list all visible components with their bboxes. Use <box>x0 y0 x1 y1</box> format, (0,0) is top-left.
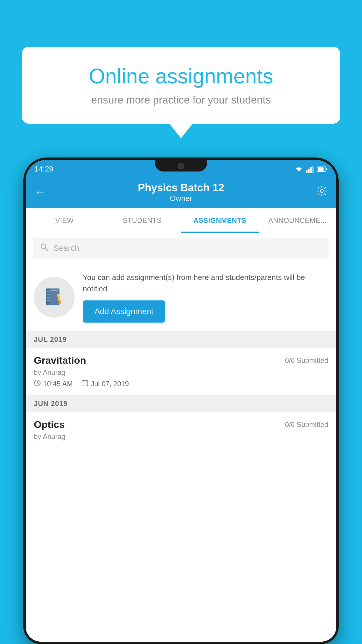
settings-button[interactable] <box>316 185 328 200</box>
search-icon <box>40 243 49 253</box>
svg-rect-16 <box>47 297 49 298</box>
search-container: Search <box>26 233 336 263</box>
speech-bubble-arrow <box>169 124 193 138</box>
tab-view[interactable]: VIEW <box>26 208 103 233</box>
tabs-container: VIEW STUDENTS ASSIGNMENTS ANNOUNCEME... <box>26 208 336 233</box>
promo-subtitle: ensure more practice for your students <box>42 94 320 106</box>
phone-screen: 14:29 <box>26 160 336 642</box>
status-icons <box>294 166 328 173</box>
svg-rect-7 <box>326 168 327 170</box>
svg-rect-17 <box>47 300 49 301</box>
phone-camera <box>178 163 184 169</box>
gravitation-time-text: 10:45 AM <box>43 380 73 388</box>
header-title-area: Physics Batch 12 Owner <box>138 182 224 203</box>
svg-rect-5 <box>312 166 314 173</box>
back-button[interactable]: ← <box>34 186 46 199</box>
assignment-gravitation[interactable]: Gravitation 0/6 Submitted by Anurag 10:4… <box>26 348 336 396</box>
gravitation-date: Jul 07, 2019 <box>81 379 129 388</box>
assignment-name-gravitation: Gravitation <box>34 355 86 366</box>
promo-section: Online assignments ensure more practice … <box>22 47 340 138</box>
search-placeholder: Search <box>53 244 79 253</box>
wifi-icon <box>294 166 303 173</box>
app-header: ← Physics Batch 12 Owner <box>26 176 336 208</box>
assignment-icon-circle <box>34 277 75 318</box>
optics-submitted: 0/6 Submitted <box>285 421 328 429</box>
search-bar[interactable]: Search <box>33 238 329 258</box>
phone-frame: 14:29 <box>23 158 339 644</box>
svg-rect-3 <box>308 169 310 173</box>
tab-students[interactable]: STUDENTS <box>103 208 181 233</box>
svg-rect-15 <box>47 294 49 295</box>
section-jun-2019: JUN 2019 <box>26 396 336 412</box>
svg-rect-2 <box>306 170 307 173</box>
speech-bubble-card: Online assignments ensure more practice … <box>22 47 340 124</box>
gravitation-meta: 10:45 AM Jul 07, 2019 <box>34 379 328 388</box>
assignment-row-top: Gravitation 0/6 Submitted <box>34 355 328 366</box>
gravitation-by: by Anurag <box>34 368 328 377</box>
assignment-optics[interactable]: Optics 0/6 Submitted by Anurag <box>26 412 336 451</box>
header-subtitle: Owner <box>138 194 224 203</box>
add-assignment-button[interactable]: Add Assignment <box>83 300 165 323</box>
gravitation-submitted: 0/6 Submitted <box>285 356 328 365</box>
svg-rect-22 <box>82 381 88 386</box>
tab-announcements[interactable]: ANNOUNCEME... <box>259 208 337 233</box>
notebook-icon <box>43 286 66 309</box>
gravitation-time: 10:45 AM <box>34 379 73 388</box>
promo-title: Online assignments <box>42 64 320 88</box>
phone-notch <box>155 160 207 172</box>
svg-rect-4 <box>310 167 312 173</box>
svg-line-11 <box>45 248 48 251</box>
svg-rect-14 <box>47 291 49 292</box>
svg-rect-18 <box>51 290 58 291</box>
header-title: Physics Batch 12 <box>138 182 224 194</box>
gravitation-date-text: Jul 07, 2019 <box>91 380 129 388</box>
section-jul-2019: JUL 2019 <box>26 331 336 348</box>
assignment-name-optics: Optics <box>34 419 65 430</box>
info-content: You can add assignment(s) from here and … <box>83 272 328 323</box>
svg-rect-8 <box>318 167 324 171</box>
info-description: You can add assignment(s) from here and … <box>83 272 328 295</box>
clock-icon <box>34 379 41 388</box>
calendar-icon <box>81 379 88 388</box>
battery-icon <box>317 166 328 172</box>
svg-point-9 <box>320 190 323 192</box>
info-card: You can add assignment(s) from here and … <box>26 263 336 331</box>
optics-by: by Anurag <box>34 433 328 441</box>
status-time: 14:29 <box>34 164 53 174</box>
tab-assignments[interactable]: ASSIGNMENTS <box>181 208 259 233</box>
optics-row-top: Optics 0/6 Submitted <box>34 419 328 430</box>
signal-icon <box>306 166 314 173</box>
